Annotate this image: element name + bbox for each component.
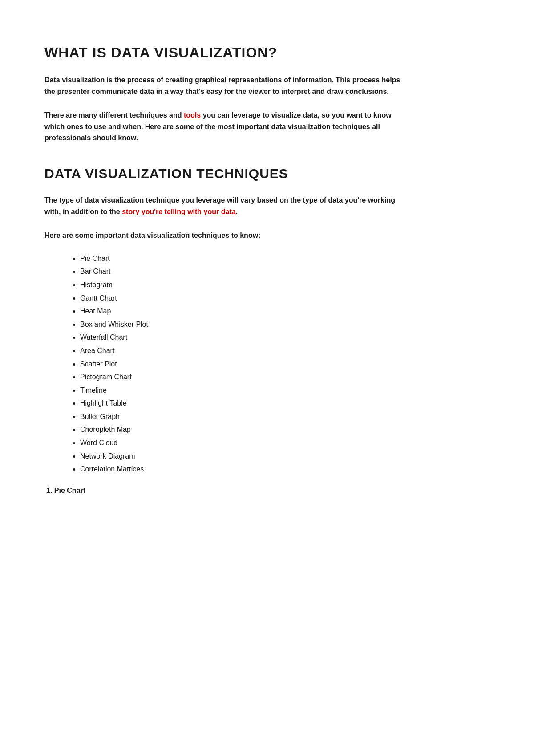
list-item: Box and Whisker Plot	[80, 318, 490, 331]
numbered-first-item: 1. Pie Chart	[46, 487, 490, 495]
list-item: Heat Map	[80, 305, 490, 318]
list-item: Network Diagram	[80, 450, 490, 463]
second-paragraph: There are many different techniques and …	[44, 110, 409, 144]
section-title: DATA VISUALIZATION TECHNIQUES	[44, 166, 490, 181]
list-item: Bar Chart	[80, 265, 490, 278]
main-title: WHAT IS DATA VISUALIZATION?	[44, 45, 490, 61]
list-item: Choropleth Map	[80, 423, 490, 436]
list-item: Correlation Matrices	[80, 463, 490, 476]
second-paragraph-text-before: There are many different techniques and	[44, 111, 184, 119]
list-intro: Here are some important data visualizati…	[44, 230, 409, 241]
list-item: Pie Chart	[80, 252, 490, 265]
list-item: Waterfall Chart	[80, 331, 490, 344]
techniques-list: Pie ChartBar ChartHistogramGantt ChartHe…	[80, 252, 490, 476]
story-link[interactable]: story you're telling with your data	[122, 208, 235, 215]
technique-text-after: .	[236, 208, 238, 215]
technique-paragraph: The type of data visualization technique…	[44, 195, 409, 217]
list-item: Pictogram Chart	[80, 370, 490, 384]
list-item: Timeline	[80, 384, 490, 397]
list-item: Highlight Table	[80, 397, 490, 410]
list-item: Word Cloud	[80, 436, 490, 450]
tools-link[interactable]: tools	[184, 111, 201, 119]
list-item: Area Chart	[80, 344, 490, 358]
list-item: Bullet Graph	[80, 410, 490, 423]
list-item: Scatter Plot	[80, 358, 490, 371]
list-item: Gantt Chart	[80, 292, 490, 305]
intro-paragraph: Data visualization is the process of cre…	[44, 74, 409, 97]
list-item: Histogram	[80, 278, 490, 292]
